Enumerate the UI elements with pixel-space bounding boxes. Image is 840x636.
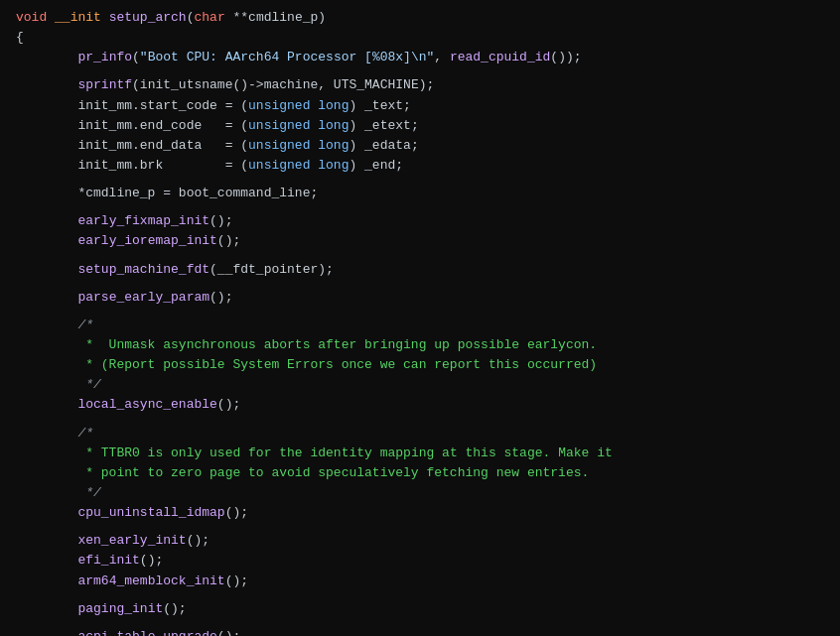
code-line-comment8: */	[0, 483, 840, 503]
code-line-comment5: /*	[0, 424, 840, 444]
code-line-cpu-uninstall: cpu_uninstall_idmap();	[0, 503, 840, 523]
code-line-arm64: arm64_memblock_init();	[0, 572, 840, 591]
code-line-local-async: local_async_enable();	[0, 395, 840, 415]
code-line: init_mm.start_code = (unsigned long) _te…	[0, 96, 840, 116]
code-line: init_mm.end_code = (unsigned long) _etex…	[0, 116, 840, 136]
code-line-paging: paging_init();	[0, 599, 840, 619]
code-line-comment2: * Unmask asynchronous aborts after bring…	[0, 335, 840, 355]
code-line: sprintf(init_utsname()->machine, UTS_MAC…	[0, 75, 840, 95]
code-line: init_mm.brk = (unsigned long) _end;	[0, 156, 840, 176]
code-line-comment1: /*	[0, 316, 840, 335]
code-line-xen: xen_early_init();	[0, 531, 840, 551]
code-line-early-ioremap: early_ioremap_init();	[0, 231, 840, 251]
code-line-comment4: */	[0, 375, 840, 395]
code-line-early-fixmap: early_fixmap_init();	[0, 211, 840, 231]
code-line-parse-early: parse_early_param();	[0, 288, 840, 308]
code-line-acpi: acpi_table_upgrade();	[0, 627, 840, 636]
code-line: init_mm.end_data = (unsigned long) _edat…	[0, 136, 840, 156]
code-line: void __init setup_arch(char **cmdline_p)	[0, 8, 840, 28]
code-line: *cmdline_p = boot_command_line;	[0, 184, 840, 203]
code-line-comment3: * (Report possible System Errors once we…	[0, 355, 840, 375]
code-line: {	[0, 28, 840, 48]
code-line-setup-machine: setup_machine_fdt(__fdt_pointer);	[0, 260, 840, 280]
code-line-comment6: * TTBR0 is only used for the identity ma…	[0, 444, 840, 463]
code-line: pr_info("Boot CPU: AArch64 Processor [%0…	[0, 48, 840, 67]
code-line-efi: efi_init();	[0, 551, 840, 571]
code-line-comment7: * point to zero page to avoid speculativ…	[0, 463, 840, 483]
code-editor: void __init setup_arch(char **cmdline_p)…	[0, 0, 840, 636]
